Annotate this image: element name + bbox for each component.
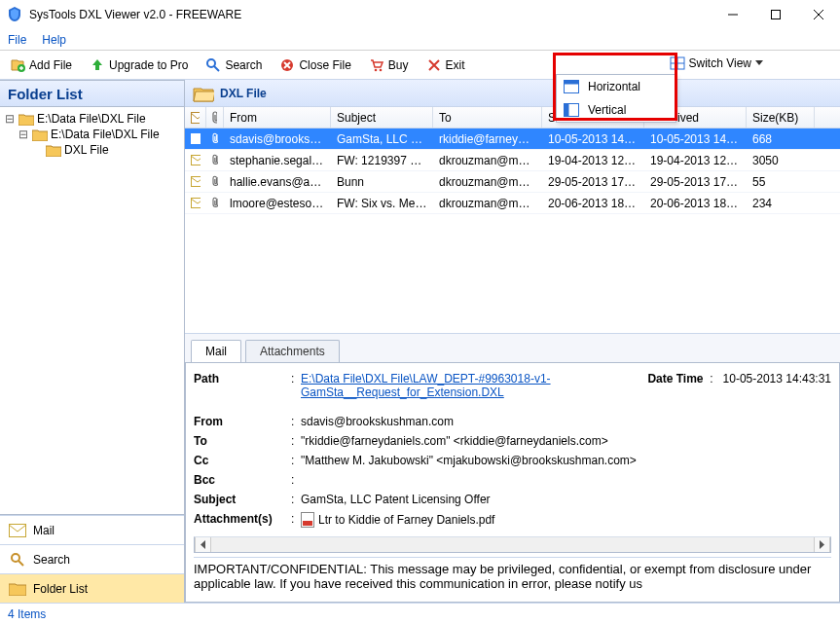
envelope-icon	[185, 133, 206, 144]
search-button[interactable]: Search	[200, 55, 268, 75]
tree-label[interactable]: DXL File	[64, 143, 109, 157]
cc-value: "Matthew M. Jakubowski" <mjakubowski@bro…	[301, 454, 831, 467]
cell-received: 20-06-2013 18:19:…	[644, 197, 747, 210]
col-from[interactable]: From	[224, 107, 331, 128]
upgrade-label: Upgrade to Pro	[109, 58, 188, 72]
nav-folder-label: Folder List	[33, 582, 88, 596]
col-subject[interactable]: Subject	[331, 107, 433, 128]
cell-size: 55	[747, 175, 815, 189]
cell-sent: 20-06-2013 18:19:…	[542, 197, 644, 210]
subject-value: GamSta, LLC Patent Licensing Offer	[301, 493, 831, 506]
minimize-button[interactable]	[712, 1, 754, 28]
horizontal-label: Horizontal	[588, 80, 640, 93]
close-button[interactable]	[797, 1, 840, 28]
tab-mail[interactable]: Mail	[191, 340, 241, 362]
cell-from: hallie.evans@ake…	[224, 175, 331, 189]
paperclip-icon	[206, 154, 224, 166]
tree-label[interactable]: E:\Data File\DXL File	[37, 112, 146, 126]
switch-view-vertical[interactable]: Vertical	[557, 98, 676, 122]
col-to[interactable]: To	[433, 107, 542, 128]
path-value[interactable]: E:\Data File\DXL File\LAW_DEPT-#9963018-…	[301, 372, 551, 399]
cell-to: rkiddie@farney…	[433, 132, 542, 146]
cell-sent: 10-05-2013 14:43:…	[542, 132, 644, 146]
add-file-button[interactable]: Add File	[4, 55, 78, 75]
cell-to: dkrouzman@met…	[433, 154, 542, 167]
table-row[interactable]: hallie.evans@ake…Bunndkrouzman@met…29-05…	[185, 171, 840, 193]
close-file-label: Close File	[299, 58, 350, 72]
tree-node[interactable]: ⊟ E:\Data File\DXL File	[2, 127, 182, 142]
svg-rect-17	[10, 524, 26, 536]
tab-attachments[interactable]: Attachments	[245, 340, 340, 362]
cell-sent: 19-04-2013 12:22:…	[542, 154, 644, 167]
col-size[interactable]: Size(KB)	[747, 107, 815, 128]
table-row[interactable]: lmoore@estesok…FW: Six vs. MetLifedkrouz…	[185, 193, 840, 214]
search-label: Search	[225, 58, 262, 72]
add-file-label: Add File	[29, 58, 72, 72]
status-bar: 4 Items	[0, 603, 840, 624]
exit-button[interactable]: Exit	[420, 55, 471, 75]
svg-rect-14	[565, 81, 579, 85]
tree-node[interactable]: DXL File	[2, 142, 182, 158]
dxl-file-title: DXL File	[220, 87, 267, 100]
close-file-button[interactable]: Close File	[274, 55, 356, 75]
attachment-value[interactable]: Ltr to Kiddie of Farney Daniels.pdf	[318, 513, 494, 527]
table-row[interactable]: sdavis@brooksk…GamSta, LLC Pate…rkiddie@…	[185, 128, 840, 150]
switch-view-button[interactable]: Switch View	[661, 53, 772, 74]
switch-view-icon	[670, 55, 685, 71]
paperclip-icon	[206, 197, 224, 209]
cell-from: lmoore@estesok…	[224, 197, 331, 210]
exit-label: Exit	[446, 58, 465, 72]
nav-search[interactable]: Search	[0, 544, 184, 573]
close-file-icon	[279, 57, 295, 73]
search-icon	[8, 552, 27, 568]
tree-expander-icon[interactable]: ⊟	[4, 112, 16, 126]
cell-to: dkrouzman@met…	[433, 197, 542, 210]
tree-label[interactable]: E:\Data File\DXL File	[51, 128, 160, 141]
folder-icon	[8, 581, 27, 597]
col-icon2[interactable]	[206, 107, 224, 128]
col-icon1[interactable]	[185, 107, 206, 128]
cell-sent: 29-05-2013 17:23:…	[542, 175, 644, 189]
table-row[interactable]: stephanie.segali…FW: 1219397 Go…dkrouzma…	[185, 150, 840, 171]
envelope-icon	[185, 176, 206, 187]
scroll-right-icon[interactable]	[814, 537, 830, 552]
buy-button[interactable]: Buy	[363, 55, 415, 75]
buy-icon	[369, 57, 384, 73]
cell-received: 10-05-2013 14:43:…	[644, 132, 747, 146]
title-bar: SysTools DXL Viewer v2.0 - FREEWARE	[0, 0, 840, 29]
datetime-label: Date Time	[647, 372, 703, 385]
cell-size: 668	[747, 132, 815, 146]
status-items: 4 Items	[8, 607, 46, 621]
add-file-icon	[10, 57, 25, 73]
tree-node[interactable]: ⊟ E:\Data File\DXL File	[2, 111, 182, 127]
cell-received: 29-05-2013 17:23:…	[644, 175, 747, 189]
folder-tree[interactable]: ⊟ E:\Data File\DXL File ⊟ E:\Data File\D…	[0, 107, 184, 515]
tree-expander-icon[interactable]: ⊟	[18, 128, 29, 141]
attachment-label: Attachment(s)	[194, 512, 291, 526]
svg-rect-1	[772, 11, 781, 19]
folder-list-header: Folder List	[0, 80, 184, 107]
svg-rect-26	[303, 521, 312, 526]
nav-folder-list[interactable]: Folder List	[0, 573, 184, 603]
paperclip-icon	[206, 175, 224, 188]
mail-icon	[8, 523, 27, 538]
cell-subject: Bunn	[331, 175, 433, 189]
paperclip-icon	[206, 132, 224, 145]
maximize-button[interactable]	[754, 1, 797, 28]
from-label: From	[194, 415, 291, 428]
pdf-icon	[301, 512, 314, 528]
upgrade-button[interactable]: Upgrade to Pro	[84, 55, 194, 75]
nav-mail[interactable]: Mail	[0, 515, 184, 544]
detail-hscroll[interactable]	[194, 536, 831, 553]
right-panel: DXL File From Subject To Sent Received S…	[185, 80, 840, 603]
cell-subject: GamSta, LLC Pate…	[331, 132, 433, 146]
svg-line-19	[18, 561, 23, 566]
menu-help[interactable]: Help	[42, 33, 66, 47]
cell-subject: FW: Six vs. MetLife	[331, 197, 433, 210]
scroll-left-icon[interactable]	[195, 537, 211, 552]
menu-file[interactable]: File	[8, 33, 26, 47]
cell-subject: FW: 1219397 Go…	[331, 154, 433, 167]
switch-view-horizontal[interactable]: Horizontal	[557, 75, 676, 98]
grid-body[interactable]: sdavis@brooksk…GamSta, LLC Pate…rkiddie@…	[185, 128, 840, 333]
from-value: sdavis@brookskushman.com	[301, 415, 831, 428]
